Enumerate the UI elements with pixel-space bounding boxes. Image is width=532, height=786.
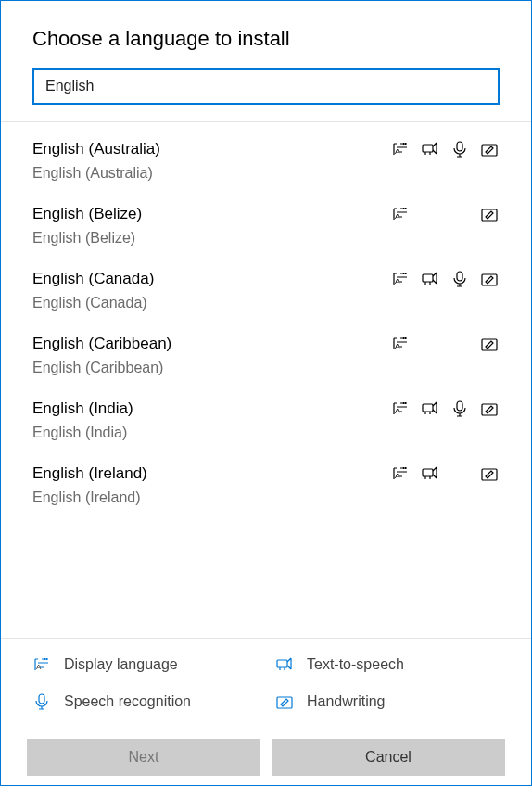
feature-icons [388,399,500,419]
language-native-name: English (Caribbean) [32,360,500,376]
feature-icons [388,204,500,224]
language-item[interactable]: English (Canada)English (Canada) [1,258,531,323]
language-item[interactable]: English (Caribbean)English (Caribbean) [1,323,531,387]
language-item[interactable]: English (Australia)English (Australia) [1,128,531,193]
text-to-speech-icon [421,399,439,418]
display-language-icon [391,335,410,353]
language-name: English (India) [32,399,133,418]
speech-recognition-icon [450,140,469,158]
language-native-name: English (Belize) [32,230,500,247]
speech-recognition-icon [450,399,469,418]
language-native-name: English (Canada) [32,295,500,311]
speech-recognition-icon [450,270,469,288]
legend-display-label: Display language [64,656,178,673]
feature-icons [388,269,500,289]
language-item[interactable]: English (Belize)English (Belize) [1,193,531,258]
language-name: English (Ireland) [32,464,147,483]
speech-recognition-icon [32,692,51,711]
handwriting-icon [275,692,294,711]
language-native-name: English (Australia) [32,165,500,182]
language-name: English (Australia) [32,140,160,158]
handwriting-icon [480,205,499,223]
legend-speech-label: Speech recognition [64,693,191,710]
feature-icons [388,139,500,159]
dialog-title: Choose a language to install [32,27,500,51]
language-list: English (Australia)English (Australia)En… [1,128,531,638]
handwriting-icon [480,270,499,288]
legend: Display language Text-to-speech Speech r… [1,638,531,722]
language-item[interactable]: English (Ireland)English (Ireland) [1,452,531,517]
text-to-speech-icon [421,270,439,288]
legend-hand-label: Handwriting [307,693,385,710]
display-language-icon [391,140,410,158]
display-language-icon [391,270,410,288]
search-box[interactable] [32,68,500,105]
handwriting-icon [480,464,499,483]
handwriting-icon [480,399,499,418]
clear-search-icon[interactable] [474,79,488,94]
text-to-speech-icon [421,464,439,483]
display-language-icon [32,655,51,674]
button-row: Next Cancel [1,722,531,785]
handwriting-icon [480,140,499,158]
display-language-icon [391,464,410,483]
text-to-speech-icon [421,140,439,158]
display-language-icon [391,205,410,223]
language-native-name: English (India) [32,425,500,441]
language-native-name: English (Ireland) [32,489,500,506]
legend-tts-label: Text-to-speech [307,656,404,673]
feature-icons [388,334,500,354]
feature-icons [388,463,500,484]
next-button[interactable]: Next [27,739,260,776]
legend-tts: Text-to-speech [275,655,500,674]
display-language-icon [391,399,410,418]
legend-display: Display language [32,655,257,674]
legend-hand: Handwriting [275,692,500,711]
search-input[interactable] [45,78,474,95]
language-item[interactable]: English (India)English (India) [1,387,531,452]
handwriting-icon [480,335,499,353]
language-name: English (Caribbean) [32,335,171,353]
divider [1,121,531,122]
language-name: English (Belize) [32,205,142,223]
text-to-speech-icon [275,655,294,674]
language-name: English (Canada) [32,270,154,288]
cancel-button[interactable]: Cancel [272,739,505,776]
legend-speech: Speech recognition [32,692,257,711]
